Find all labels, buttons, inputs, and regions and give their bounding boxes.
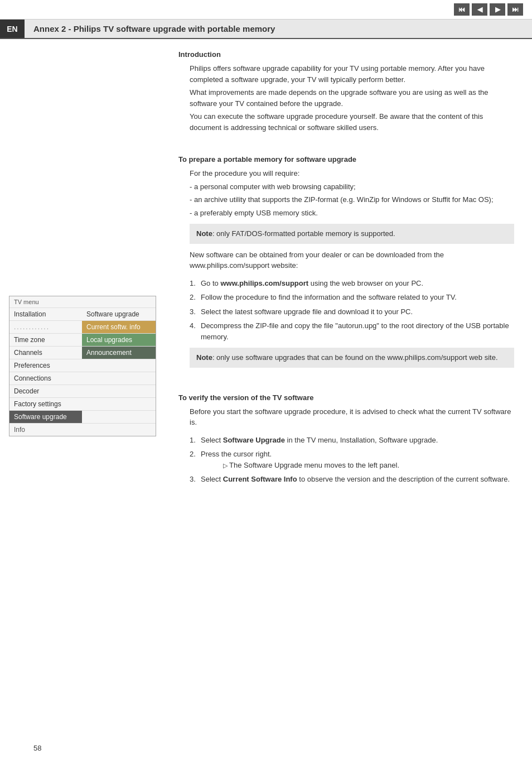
- tv-menu-left-software-upgrade-selected: Software upgrade: [9, 411, 82, 423]
- verify-title: To verify the version of the TV software: [178, 393, 514, 402]
- list-item: a personal computer with web browsing ca…: [190, 181, 514, 193]
- tv-menu-left-timezone: Time zone: [9, 334, 82, 346]
- tv-menu-row: Installation Software upgrade: [9, 307, 156, 320]
- prepare-title: To prepare a portable memory for softwar…: [178, 155, 514, 164]
- note-label-2: Note: [196, 353, 212, 362]
- sub-item: The Software Upgrade menu moves to the l…: [223, 461, 399, 469]
- tv-menu-row: Factory settings: [9, 397, 156, 410]
- prepare-extra: New software can be obtained from your d…: [190, 249, 514, 271]
- tv-menu-row: ............ Current softw. info: [9, 320, 156, 333]
- tv-menu-right-connections: [82, 376, 156, 381]
- page-number: 58: [33, 744, 41, 752]
- nav-next-button[interactable]: ▶: [490, 3, 505, 16]
- tv-menu-left-preferences: Preferences: [9, 359, 82, 372]
- tv-menu-left-decoder: Decoder: [9, 385, 82, 397]
- tv-menu-title: TV menu: [9, 296, 156, 307]
- list-item: 1. Go to www.philips.com/support using t…: [190, 278, 514, 289]
- tv-menu-left-channels: Channels: [9, 347, 82, 359]
- prepare-steps: 1. Go to www.philips.com/support using t…: [190, 278, 514, 343]
- tv-menu-left-factory-settings: Factory settings: [9, 398, 82, 410]
- nav-button-group: ⏮ ◀ ▶ ⏭: [454, 3, 523, 16]
- list-item: 4. Decompress the ZIP-file and copy the …: [190, 320, 514, 342]
- tv-menu-right-current-softw: Current softw. info: [82, 321, 156, 333]
- tv-menu-info: Info: [9, 423, 156, 436]
- list-item: 1. Select Software Upgrade in the TV men…: [190, 435, 514, 446]
- verify-intro: Before you start the software upgrade pr…: [190, 406, 514, 428]
- list-item: 3. Select Current Software Info to obser…: [190, 474, 514, 485]
- right-panel: Introduction Philips offers software upg…: [167, 39, 532, 541]
- tv-menu-row: Channels Announcement: [9, 346, 156, 359]
- list-item: 2. Press the cursor right. The Software …: [190, 449, 514, 470]
- tv-menu-right-factory-settings: [82, 402, 156, 406]
- tv-menu-right-software-upgrade: Software upgrade: [82, 308, 156, 320]
- list-item: a preferably empty USB memory stick.: [190, 208, 514, 219]
- list-item: an archive utility that supports the ZIP…: [190, 194, 514, 205]
- nav-last-button[interactable]: ⏭: [507, 3, 523, 16]
- introduction-title: Introduction: [178, 50, 514, 59]
- list-item: 2. Follow the procedure to find the info…: [190, 292, 514, 303]
- main-content: TV menu Installation Software upgrade ..…: [0, 39, 532, 541]
- left-panel: TV menu Installation Software upgrade ..…: [0, 39, 167, 541]
- note-label: Note: [196, 229, 212, 238]
- header-bar: EN Annex 2 - Philips TV software upgrade…: [0, 20, 532, 39]
- tv-menu-right-local-upgrades: Local upgrades: [82, 334, 156, 346]
- tv-menu-left-connections: Connections: [9, 372, 82, 384]
- prepare-list: a personal computer with web browsing ca…: [190, 181, 514, 219]
- tv-menu-row: Preferences: [9, 359, 156, 372]
- introduction-para-2: What improvements are made depends on th…: [190, 87, 514, 109]
- verify-steps: 1. Select Software Upgrade in the TV men…: [190, 435, 514, 485]
- language-badge: EN: [0, 20, 25, 38]
- tv-menu-right-software-upgrade-selected: [82, 415, 156, 419]
- tv-menu-left-installation: Installation: [9, 308, 82, 320]
- tv-menu-row: Time zone Local upgrades: [9, 333, 156, 346]
- nav-prev-button[interactable]: ◀: [472, 3, 487, 16]
- tv-menu-row: Software upgrade: [9, 410, 156, 423]
- list-item: 3. Select the latest software upgrade fi…: [190, 306, 514, 318]
- introduction-para-3: You can execute the software upgrade pro…: [190, 111, 514, 133]
- tv-menu-right-announcement: Announcement: [82, 347, 156, 359]
- tv-menu-right-decoder: [82, 389, 156, 393]
- tv-menu-right-preferences: [82, 363, 156, 368]
- prepare-intro: For the procedure you will require:: [190, 168, 514, 179]
- note-box-1: Note: only FAT/DOS-formatted portable me…: [190, 224, 514, 244]
- tv-menu-row: Decoder: [9, 384, 156, 397]
- top-navigation: ⏮ ◀ ▶ ⏭: [0, 0, 532, 20]
- tv-menu-left-dotted: ............: [9, 321, 82, 333]
- nav-first-button[interactable]: ⏮: [454, 3, 470, 16]
- page-title: Annex 2 - Philips TV software upgrade wi…: [25, 20, 532, 38]
- note-box-2: Note: only use software upgrades that ca…: [190, 348, 514, 368]
- introduction-para-1: Philips offers software upgrade capabili…: [190, 63, 514, 85]
- tv-menu-box: TV menu Installation Software upgrade ..…: [9, 296, 156, 436]
- tv-menu-row: Connections: [9, 372, 156, 384]
